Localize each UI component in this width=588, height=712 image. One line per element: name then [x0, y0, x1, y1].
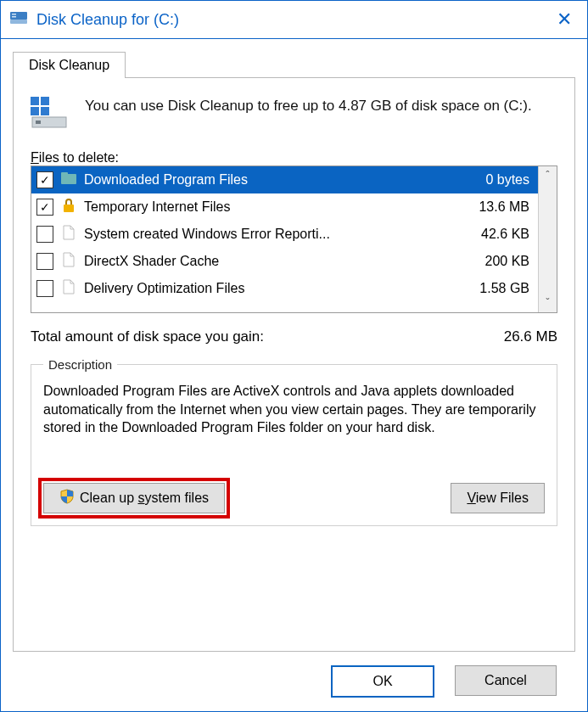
- file-checkbox[interactable]: [36, 226, 53, 243]
- description-text: Downloaded Program Files are ActiveX con…: [43, 382, 545, 437]
- svg-rect-4: [31, 97, 39, 105]
- window-title: Disk Cleanup for (C:): [36, 11, 550, 29]
- files-to-delete-label: Files to delete:: [31, 150, 557, 165]
- file-size: 0 bytes: [453, 172, 533, 188]
- file-checkbox[interactable]: [36, 253, 53, 270]
- description-legend: Description: [43, 357, 117, 372]
- description-group: Description Downloaded Program Files are…: [31, 357, 557, 526]
- scroll-up-icon[interactable]: ˆ: [546, 170, 550, 182]
- scrollbar[interactable]: ˆ ˇ: [538, 166, 557, 312]
- view-files-button[interactable]: View Files: [451, 483, 545, 513]
- cancel-button[interactable]: Cancel: [455, 665, 557, 696]
- svg-rect-6: [31, 107, 39, 115]
- cleanup-system-files-label: Clean up system files: [80, 491, 209, 506]
- svg-rect-5: [41, 97, 49, 105]
- file-icon: [60, 251, 77, 272]
- file-icon: [60, 224, 77, 244]
- totals-label: Total amount of disk space you gain:: [31, 328, 264, 345]
- svg-rect-0: [10, 12, 27, 20]
- svg-rect-11: [61, 172, 68, 176]
- intro-text: You can use Disk Cleanup to free up to 4…: [85, 97, 532, 133]
- file-name: System created Windows Error Reporti...: [84, 227, 446, 242]
- svg-rect-7: [41, 107, 49, 115]
- tab-body: You can use Disk Cleanup to free up to 4…: [13, 77, 575, 652]
- svg-rect-2: [12, 14, 16, 15]
- svg-rect-9: [36, 121, 41, 124]
- file-size: 200 KB: [453, 254, 533, 269]
- lock-icon: [60, 197, 77, 217]
- dialog-buttons: OK Cancel: [13, 652, 575, 711]
- shield-icon: [59, 489, 75, 507]
- svg-rect-1: [10, 20, 27, 24]
- file-size: 13.6 MB: [453, 199, 533, 215]
- view-files-label: View Files: [467, 491, 529, 506]
- client-area: Disk Cleanup You can use Disk Cleanup to…: [1, 39, 587, 711]
- file-icon: [60, 278, 77, 299]
- file-name: Temporary Internet Files: [84, 199, 446, 215]
- svg-rect-12: [64, 205, 74, 212]
- totals-row: Total amount of disk space you gain: 26.…: [31, 328, 557, 345]
- cleanup-system-files-button[interactable]: Clean up system files: [43, 483, 225, 513]
- file-row[interactable]: ✓Downloaded Program Files0 bytes: [31, 166, 538, 193]
- scroll-down-icon[interactable]: ˇ: [546, 297, 550, 309]
- disk-cleanup-window: Disk Cleanup for (C:) ✕ Disk Cleanup: [0, 0, 588, 712]
- drive-icon: [31, 97, 70, 133]
- file-row[interactable]: System created Windows Error Reporti...4…: [31, 221, 538, 248]
- file-size: 42.6 KB: [453, 227, 533, 242]
- close-button[interactable]: ✕: [550, 8, 579, 31]
- tab-disk-cleanup[interactable]: Disk Cleanup: [13, 52, 126, 78]
- file-checkbox[interactable]: ✓: [36, 199, 53, 216]
- folder-icon: [60, 170, 77, 190]
- disk-cleanup-icon: [9, 8, 28, 31]
- file-row[interactable]: DirectX Shader Cache200 KB: [31, 248, 538, 275]
- tab-header: Disk Cleanup: [13, 52, 575, 78]
- file-name: Delivery Optimization Files: [84, 281, 446, 296]
- file-checkbox[interactable]: [36, 280, 53, 297]
- intro-row: You can use Disk Cleanup to free up to 4…: [31, 97, 557, 133]
- totals-value: 26.6 MB: [504, 328, 557, 345]
- file-name: Downloaded Program Files: [84, 172, 446, 188]
- svg-rect-3: [12, 16, 16, 18]
- file-size: 1.58 GB: [453, 281, 533, 296]
- file-name: DirectX Shader Cache: [84, 254, 446, 269]
- ok-button[interactable]: OK: [331, 665, 434, 698]
- files-listbox[interactable]: ✓Downloaded Program Files0 bytes✓Tempora…: [31, 165, 557, 313]
- file-row[interactable]: ✓Temporary Internet Files13.6 MB: [31, 193, 538, 221]
- file-list[interactable]: ✓Downloaded Program Files0 bytes✓Tempora…: [31, 166, 538, 312]
- file-row[interactable]: Delivery Optimization Files1.58 GB: [31, 275, 538, 302]
- titlebar: Disk Cleanup for (C:) ✕: [1, 1, 587, 39]
- file-checkbox[interactable]: ✓: [36, 171, 53, 188]
